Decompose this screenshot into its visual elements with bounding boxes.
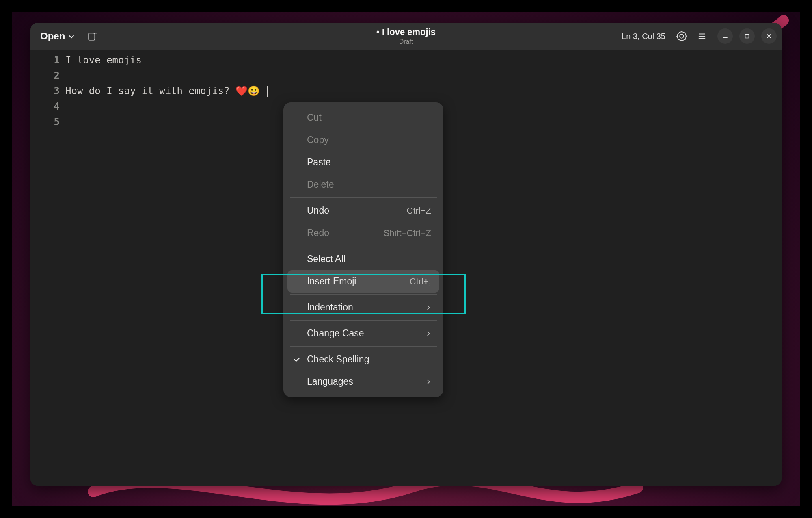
hamburger-icon	[698, 32, 706, 41]
menu-item-change-case[interactable]: Change Case	[287, 322, 439, 345]
menu-separator	[290, 320, 437, 321]
settings-button[interactable]	[673, 27, 691, 45]
chevron-right-icon	[425, 379, 431, 385]
menu-item-redo: Redo Shift+Ctrl+Z	[287, 222, 439, 244]
minimize-icon	[722, 33, 728, 39]
context-menu: Cut Copy Paste Delete Undo Ctrl+Z Redo S…	[283, 102, 443, 397]
menu-item-undo[interactable]: Undo Ctrl+Z	[287, 199, 439, 222]
line-number: 4	[30, 101, 65, 112]
maximize-icon	[744, 33, 750, 39]
menu-item-check-spelling[interactable]: Check Spelling	[287, 348, 439, 371]
hamburger-menu-button[interactable]	[693, 27, 711, 45]
editor-line[interactable]: 3 How do I say it with emojis? ❤️😀	[30, 85, 782, 101]
menu-item-copy: Copy	[287, 129, 439, 151]
document-title: • I love emojis	[376, 27, 436, 37]
chevron-right-icon	[425, 305, 431, 310]
menu-item-cut: Cut	[287, 106, 439, 129]
chevron-right-icon	[425, 331, 431, 336]
menu-item-paste[interactable]: Paste	[287, 151, 439, 173]
new-tab-button[interactable]	[84, 27, 102, 45]
close-button[interactable]	[761, 28, 777, 44]
menu-separator	[290, 346, 437, 347]
new-tab-icon	[87, 31, 98, 41]
gear-icon	[676, 31, 687, 41]
editor-line[interactable]: 2	[30, 70, 782, 85]
editor-line[interactable]: 1 I love emojis	[30, 54, 782, 70]
maximize-button[interactable]	[739, 28, 755, 44]
menu-item-select-all[interactable]: Select All	[287, 248, 439, 270]
menu-separator	[290, 294, 437, 295]
chevron-down-icon	[68, 33, 75, 40]
svg-point-2	[680, 34, 684, 38]
menu-item-indentation[interactable]: Indentation	[287, 296, 439, 319]
header-bar: Open • I love emojis Draft Ln 3, Col 35	[30, 23, 782, 50]
title-area: • I love emojis Draft	[376, 27, 436, 46]
menu-item-insert-emoji[interactable]: Insert Emoji Ctrl+;	[287, 270, 439, 293]
cursor-position[interactable]: Ln 3, Col 35	[622, 32, 665, 41]
check-icon	[293, 356, 300, 363]
text-cursor	[267, 86, 268, 97]
close-icon	[766, 33, 772, 39]
open-button[interactable]: Open	[35, 27, 80, 45]
line-number: 1	[30, 54, 65, 66]
svg-rect-11	[745, 35, 749, 38]
menu-item-delete: Delete	[287, 173, 439, 196]
line-number: 2	[30, 70, 65, 81]
svg-rect-0	[89, 33, 95, 40]
line-number: 5	[30, 116, 65, 128]
menu-separator	[290, 197, 437, 198]
menu-item-languages[interactable]: Languages	[287, 371, 439, 393]
document-subtitle: Draft	[376, 38, 436, 46]
minimize-button[interactable]	[717, 28, 733, 44]
line-number: 3	[30, 85, 65, 97]
menu-separator	[290, 246, 437, 246]
